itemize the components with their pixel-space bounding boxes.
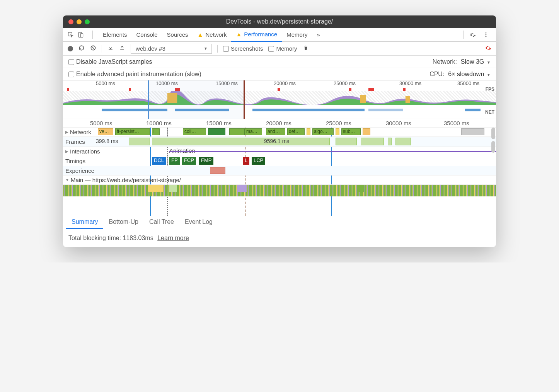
main-flame-chart[interactable] <box>63 185 496 216</box>
tracks-panel[interactable]: ▶Network ve… ff-persist… l coll… ma… and… <box>63 128 496 216</box>
vertical-scrollbar[interactable] <box>491 141 495 153</box>
performance-toolbar: web.dev #3▼ Screenshots Memory <box>63 42 496 56</box>
devtools-window: DevTools - web.dev/persistent-storage/ E… <box>63 15 496 247</box>
network-throttle-select[interactable]: Slow 3G ▼ <box>461 58 491 65</box>
tbt-label: Total blocking time: <box>68 235 123 241</box>
overview-tick: 20000 ms <box>274 80 296 86</box>
svg-rect-11 <box>406 96 410 103</box>
tbt-value: 1183.03ms <box>123 235 153 241</box>
collapse-arrow-icon[interactable]: ▼ <box>65 178 69 182</box>
cpu-throttle-label: CPU: <box>429 71 444 78</box>
options-row-1: Disable JavaScript samples Network: Slow… <box>63 56 496 68</box>
network-throttle-label: Network: <box>433 58 457 65</box>
summary-pane: Total blocking time: 1183.03ms Learn mor… <box>63 229 496 247</box>
svg-point-5 <box>486 36 487 37</box>
screenshots-checkbox[interactable]: Screenshots <box>223 45 263 52</box>
svg-rect-8 <box>120 49 124 50</box>
tab-divider <box>463 31 464 39</box>
svg-point-3 <box>486 32 487 33</box>
svg-point-4 <box>486 34 487 35</box>
details-tabs: Summary Bottom-Up Call Tree Event Log <box>63 216 496 229</box>
vertical-scrollbar[interactable] <box>491 128 495 139</box>
layout-shift[interactable] <box>210 167 225 174</box>
timing-fmp[interactable]: FMP <box>199 157 213 165</box>
interactions-track[interactable]: ▶Interactions Animation <box>63 147 496 156</box>
tab-event-log[interactable]: Event Log <box>179 216 218 229</box>
load-profile-icon[interactable] <box>107 45 114 52</box>
tab-memory[interactable]: Memory <box>282 28 312 42</box>
minimize-window-button[interactable] <box>77 19 82 24</box>
frames-track[interactable]: Frames 399.8 ms 9596.1 ms <box>63 137 496 147</box>
tab-performance[interactable]: ▲Performance <box>231 28 282 42</box>
clear-icon[interactable] <box>90 45 96 52</box>
zoom-window-button[interactable] <box>85 19 90 24</box>
device-toolbar-icon[interactable] <box>77 31 85 39</box>
save-profile-icon[interactable] <box>119 45 125 52</box>
tab-network[interactable]: ▲Network <box>193 28 232 42</box>
overview-selection[interactable] <box>148 80 245 119</box>
timings-track[interactable]: Timings DCL FP FCP FMP L LCP <box>63 156 496 166</box>
settings-gear-icon[interactable] <box>469 31 477 39</box>
tab-console[interactable]: Console <box>132 28 162 42</box>
net-overview <box>63 107 496 112</box>
options-row-2: Enable advanced paint instrumentation (s… <box>63 68 496 80</box>
svg-rect-2 <box>80 33 83 37</box>
warning-icon: ▲ <box>198 31 203 38</box>
capture-settings-gear-icon[interactable] <box>485 45 491 52</box>
cpu-chart <box>63 91 496 105</box>
timing-l[interactable]: L <box>243 157 249 165</box>
svg-rect-10 <box>360 95 366 103</box>
tab-elements[interactable]: Elements <box>98 28 132 42</box>
chevron-down-icon: ▼ <box>204 46 208 51</box>
warning-icon: ▲ <box>236 31 242 37</box>
overview-tick: 30000 ms <box>399 80 421 86</box>
tab-sources[interactable]: Sources <box>162 28 193 42</box>
overview-tick: 35000 ms <box>457 80 479 86</box>
expand-arrow-icon[interactable]: ▶ <box>65 130 68 134</box>
timing-lcp[interactable]: LCP <box>252 157 265 165</box>
close-window-button[interactable] <box>68 19 73 24</box>
experience-track[interactable]: Experience <box>63 166 496 176</box>
window-title: DevTools - web.dev/persistent-storage/ <box>226 18 333 25</box>
inspect-element-icon[interactable] <box>67 31 75 39</box>
tab-divider <box>92 31 93 39</box>
timing-fcp[interactable]: FCP <box>182 157 196 165</box>
tab-bottom-up[interactable]: Bottom-Up <box>103 216 143 229</box>
timeline-ruler: 5000 ms 10000 ms 15000 ms 20000 ms 25000… <box>63 119 496 128</box>
expand-arrow-icon[interactable]: ▶ <box>65 149 68 153</box>
devtools-tabs: Elements Console Sources ▲Network ▲Perfo… <box>63 28 496 42</box>
svg-rect-7 <box>109 49 112 50</box>
chevron-down-icon: ▼ <box>486 60 491 65</box>
recording-select[interactable]: web.dev #3▼ <box>131 44 212 54</box>
learn-more-link[interactable]: Learn more <box>157 235 189 241</box>
tab-summary[interactable]: Summary <box>66 216 103 229</box>
overview-tick: 5000 ms <box>96 80 115 86</box>
timeline-overview[interactable]: 5000 ms 10000 ms 15000 ms 20000 ms 25000… <box>63 80 496 119</box>
kebab-menu-icon[interactable] <box>482 31 490 39</box>
chevron-down-icon: ▼ <box>486 73 491 77</box>
timing-dcl[interactable]: DCL <box>152 157 166 165</box>
timing-fp[interactable]: FP <box>169 157 180 165</box>
main-track-header[interactable]: ▼Main — https://web.dev/persistent-stora… <box>63 176 496 185</box>
enable-paint-checkbox[interactable]: Enable advanced paint instrumentation (s… <box>68 71 201 78</box>
network-track[interactable]: ▶Network ve… ff-persist… l coll… ma… and… <box>63 128 496 137</box>
titlebar: DevTools - web.dev/persistent-storage/ <box>63 15 496 28</box>
reload-icon[interactable] <box>78 45 85 52</box>
record-button[interactable] <box>68 46 73 51</box>
traffic-lights <box>68 19 90 24</box>
tab-call-tree[interactable]: Call Tree <box>144 216 179 229</box>
disable-js-checkbox[interactable]: Disable JavaScript samples <box>68 58 152 65</box>
cpu-throttle-select[interactable]: 6× slowdown ▼ <box>448 71 491 78</box>
overview-tick: 25000 ms <box>334 80 356 86</box>
memory-checkbox[interactable]: Memory <box>268 45 297 52</box>
delete-icon[interactable] <box>303 45 309 52</box>
tab-more[interactable]: » <box>312 28 324 42</box>
